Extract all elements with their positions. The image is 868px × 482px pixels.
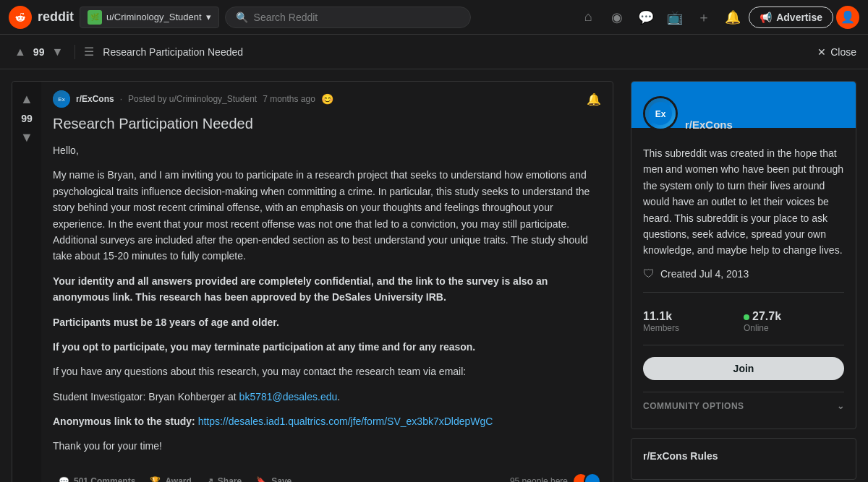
advertise-icon: 📢: [760, 12, 772, 23]
bell-icon[interactable]: 🔔: [587, 92, 601, 106]
sidebar: Ex r/ExCons This subreddit was created i…: [631, 81, 856, 482]
post-bar-divider: [75, 45, 75, 59]
email-link[interactable]: bk5781@desales.edu: [239, 391, 338, 403]
create-post-icon-button[interactable]: ＋: [691, 4, 717, 30]
nav-icons: ⌂ ◉ 💬 📺 ＋ 🔔 📢 Advertise 👤: [575, 4, 859, 30]
save-button[interactable]: 🔖 Save: [250, 472, 297, 482]
sidebar-card: Ex r/ExCons This subreddit was created i…: [631, 81, 856, 429]
stats-divider: [643, 292, 844, 301]
chevron-down-icon: ▾: [206, 12, 211, 22]
stats-row: 11.1k Members 27.7k Online: [643, 310, 844, 345]
flair-icon: 😊: [321, 93, 333, 105]
username-label: u/Criminology_Student: [106, 12, 202, 22]
page-wrapper: ▲ 99 ▼ ☰ Research Participation Needed ✕…: [0, 35, 868, 482]
comments-icon: 💬: [59, 476, 69, 482]
members-stat: 11.1k Members: [643, 310, 744, 333]
logo-area[interactable]: reddit: [9, 6, 74, 29]
more-icon: …: [306, 476, 315, 482]
posted-by: Posted by u/Criminology_Student: [128, 94, 257, 104]
sidebar-rules-card: r/ExCons Rules: [631, 438, 856, 480]
chevron-down-icon: ⌄: [837, 401, 845, 411]
video-icon-button[interactable]: 📺: [662, 4, 688, 30]
people-avatars: [572, 473, 601, 482]
body-anon: Anonymous link to the study: https://des…: [53, 413, 601, 429]
body-bold3: If you opt to participate, you may termi…: [53, 339, 601, 355]
advertise-label: Advertise: [776, 12, 822, 23]
subreddit-logo-img: Ex: [645, 98, 676, 129]
award-label: Award: [165, 476, 191, 482]
search-icon: 🔍: [236, 12, 248, 23]
cake-icon: 🛡: [643, 267, 655, 280]
post-card: ▲ 99 ▼ Ex r/ExCons · Posted by u/Crimino…: [12, 81, 613, 482]
members-label: Members: [643, 323, 744, 333]
online-stat: 27.7k Online: [744, 310, 844, 333]
upvote-inline-button[interactable]: ▲: [12, 44, 29, 60]
post-type-icon: ☰: [84, 45, 94, 59]
subreddit-avatar: Ex: [53, 90, 70, 108]
vote-sidebar: ▲ 99 ▼: [12, 82, 41, 482]
people-avatar-2: [584, 473, 601, 482]
created-info: 🛡 Created Jul 4, 2013: [643, 267, 844, 280]
save-label: Save: [271, 476, 292, 482]
people-here-count: 95 people here: [510, 476, 568, 482]
online-label: Online: [744, 323, 844, 333]
sidebar-body: This subreddit was created in the hope t…: [631, 137, 856, 429]
post-bar-title: Research Participation Needed: [103, 46, 243, 58]
share-icon: ↗: [206, 476, 213, 482]
body-para2: If you have any questions about this res…: [53, 363, 601, 379]
close-button[interactable]: ✕ Close: [817, 46, 856, 58]
community-options[interactable]: COMMUNITY OPTIONS ⌄: [643, 392, 844, 420]
reddit-wordmark: reddit: [38, 9, 74, 25]
content-area: ▲ 99 ▼ Ex r/ExCons · Posted by u/Crimino…: [0, 69, 868, 482]
anon-label: Anonymous link to the study:: [53, 416, 198, 427]
body-para1: My name is Bryan, and I am inviting you …: [53, 167, 601, 264]
vote-count-inline: 99: [33, 46, 45, 58]
body-investigator: Student Investigator: Bryan Kohberger at…: [53, 389, 601, 405]
post-bar: ▲ 99 ▼ ☰ Research Participation Needed ✕…: [0, 35, 868, 69]
community-options-label: COMMUNITY OPTIONS: [643, 401, 744, 411]
comments-label: 501 Comments: [74, 476, 135, 482]
time-ago: 7 months ago: [263, 94, 315, 104]
reddit-logo-icon: [9, 6, 32, 29]
post-content: Ex r/ExCons · Posted by u/Criminology_St…: [41, 82, 613, 482]
svg-text:Ex: Ex: [655, 109, 666, 119]
post-meta: Ex r/ExCons · Posted by u/Criminology_St…: [53, 90, 601, 108]
navbar: reddit 🌿 u/Criminology_Student ▾ 🔍 ⌂ ◉ 💬…: [0, 0, 868, 35]
sidebar-header-area: Ex r/ExCons: [631, 113, 856, 131]
people-here: 95 people here: [510, 473, 601, 482]
downvote-button[interactable]: ▼: [17, 127, 36, 148]
user-dropdown[interactable]: 🌿 u/Criminology_Student ▾: [80, 7, 219, 28]
close-icon: ✕: [817, 46, 826, 58]
survey-link[interactable]: https://desales.iad1.qualtrics.com/jfe/f…: [198, 416, 493, 427]
chat-icon-button[interactable]: 💬: [633, 4, 659, 30]
advertise-button[interactable]: 📢 Advertise: [749, 7, 833, 28]
post-body: Hello, My name is Bryan, and I am inviti…: [53, 142, 601, 455]
save-icon: 🔖: [256, 476, 267, 482]
sidebar-description: This subreddit was created in the hope t…: [643, 145, 844, 259]
subreddit-logo: Ex: [643, 96, 678, 131]
award-button[interactable]: 🏆 Award: [144, 472, 197, 482]
subreddit-name[interactable]: r/ExCons: [76, 94, 114, 104]
body-thanks: Thank you for your time!: [53, 438, 601, 454]
upvote-button[interactable]: ▲: [17, 89, 36, 110]
user-avatar-small: 🌿: [88, 10, 102, 25]
comments-button[interactable]: 💬 501 Comments: [53, 472, 141, 482]
post-title: Research Participation Needed: [53, 113, 601, 134]
search-bar[interactable]: 🔍: [225, 7, 471, 28]
investigator-label: Student Investigator: Bryan Kohberger at: [53, 391, 239, 403]
rules-title: r/ExCons Rules: [643, 450, 844, 462]
user-avatar-nav[interactable]: 👤: [836, 6, 859, 29]
more-button[interactable]: …: [300, 472, 320, 482]
join-button[interactable]: Join: [643, 357, 844, 380]
home-icon-button[interactable]: ⌂: [575, 4, 601, 30]
notification-icon-button[interactable]: 🔔: [720, 4, 746, 30]
members-value: 11.1k: [643, 310, 744, 323]
share-button[interactable]: ↗ Share: [200, 472, 247, 482]
popular-icon-button[interactable]: ◉: [604, 4, 630, 30]
search-input[interactable]: [254, 12, 460, 23]
post-actions: 💬 501 Comments 🏆 Award ↗ Share 🔖: [53, 466, 601, 482]
body-greeting: Hello,: [53, 142, 601, 158]
close-label: Close: [830, 46, 856, 58]
downvote-inline-button[interactable]: ▼: [48, 44, 66, 60]
online-value: 27.7k: [744, 310, 844, 323]
